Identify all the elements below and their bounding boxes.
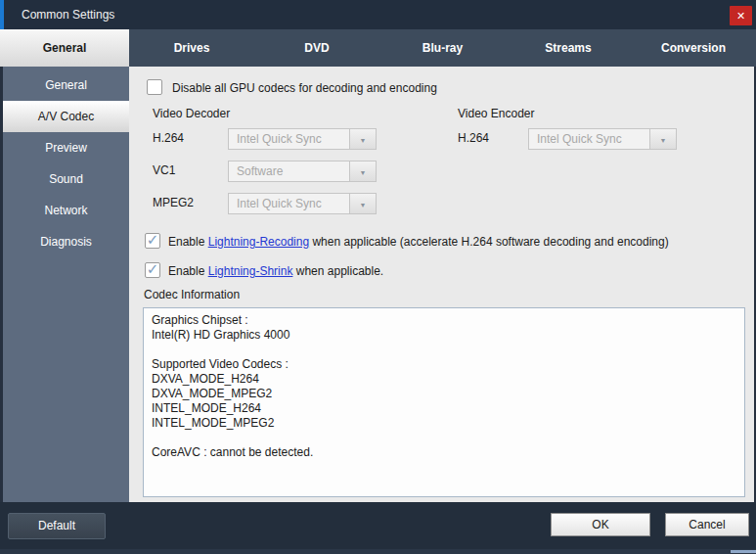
lightning-shrink-checkbox[interactable]: ✓ (145, 262, 160, 278)
lightning-shrink-label: Enable Lightning-Shrink when applicable. (168, 264, 383, 278)
sidebar-item-general[interactable]: General (3, 69, 129, 101)
lightning-recoding-suffix: when applicable (accelerate H.264 softwa… (309, 235, 669, 249)
window-title: Common Settings (22, 0, 114, 29)
sidebar-item-diagnosis[interactable]: Diagnosis (3, 226, 129, 257)
common-settings-dialog: Common Settings ✕ General Drives DVD Blu… (0, 0, 756, 554)
encoder-h264-select[interactable]: Intel Quick Sync ▼ (528, 128, 677, 150)
sidebar-item-preview[interactable]: Preview (3, 132, 129, 163)
lightning-shrink-link[interactable]: Lightning-Shrink (208, 264, 293, 278)
dropdown-arrow-icon: ▼ (349, 162, 376, 181)
encoder-h264-label: H.264 (458, 131, 489, 145)
titlebar-accent (0, 0, 4, 29)
video-decoder-title: Video Decoder (153, 107, 230, 120)
codec-information-box: Graphics Chipset : Intel(R) HD Graphics … (143, 307, 745, 497)
disable-gpu-codecs-label: Disable all GPU codecs for decoding and … (172, 81, 437, 95)
tab-general[interactable]: General (0, 29, 129, 67)
decoder-h264-value: Intel Quick Sync (237, 129, 322, 149)
check-icon: ✓ (147, 231, 159, 248)
decoder-mpeg2-label: MPEG2 (153, 196, 194, 209)
encoder-h264-value: Intel Quick Sync (537, 129, 622, 149)
decoder-vc1-select[interactable]: Software ▼ (228, 161, 377, 182)
lightning-recoding-checkbox[interactable]: ✓ (145, 233, 160, 249)
sidebar-item-network[interactable]: Network (3, 195, 129, 226)
sidebar-item-sound[interactable]: Sound (3, 163, 129, 195)
tab-streams[interactable]: Streams (506, 29, 631, 67)
dropdown-arrow-icon: ▼ (649, 129, 676, 149)
decoder-h264-label: H.264 (153, 131, 184, 145)
dropdown-arrow-icon: ▼ (349, 194, 376, 213)
tab-drives[interactable]: Drives (129, 29, 254, 67)
codec-information-title: Codec Information (144, 288, 240, 301)
lightning-shrink-suffix: when applicable. (292, 264, 383, 278)
decoder-vc1-value: Software (237, 162, 283, 181)
decoder-h264-select[interactable]: Intel Quick Sync ▼ (228, 128, 377, 150)
resize-grip[interactable] (731, 550, 756, 553)
lightning-recoding-link[interactable]: Lightning-Recoding (208, 235, 309, 249)
ok-button[interactable]: OK (551, 513, 650, 536)
sidebar: General A/V Codec Preview Sound Network … (0, 67, 129, 502)
check-icon: ✓ (147, 260, 159, 277)
close-icon: ✕ (736, 10, 745, 22)
titlebar: Common Settings (0, 0, 756, 29)
sidebar-item-av-codec[interactable]: A/V Codec (3, 101, 129, 132)
window-bottom-edge (0, 549, 756, 554)
decoder-mpeg2-value: Intel Quick Sync (237, 194, 322, 213)
video-encoder-title: Video Encoder (458, 107, 535, 120)
lightning-shrink-prefix: Enable (168, 264, 208, 278)
lightning-recoding-label: Enable Lightning-Recoding when applicabl… (168, 235, 669, 249)
lightning-recoding-prefix: Enable (168, 235, 208, 249)
disable-gpu-codecs-checkbox[interactable] (147, 79, 162, 95)
decoder-vc1-label: VC1 (153, 163, 175, 177)
cancel-button[interactable]: Cancel (665, 513, 749, 536)
window-left-edge (0, 67, 3, 502)
tab-conversion[interactable]: Conversion (631, 29, 756, 67)
tab-bar: General Drives DVD Blu-ray Streams Conve… (0, 29, 756, 67)
close-button[interactable]: ✕ (730, 6, 752, 25)
decoder-mpeg2-select[interactable]: Intel Quick Sync ▼ (228, 193, 377, 214)
tab-dvd[interactable]: DVD (254, 29, 379, 67)
dropdown-arrow-icon: ▼ (349, 129, 376, 149)
codec-information-text: Graphics Chipset : Intel(R) HD Graphics … (152, 313, 313, 460)
default-button[interactable]: Default (8, 513, 106, 539)
tab-blu-ray[interactable]: Blu-ray (379, 29, 506, 67)
